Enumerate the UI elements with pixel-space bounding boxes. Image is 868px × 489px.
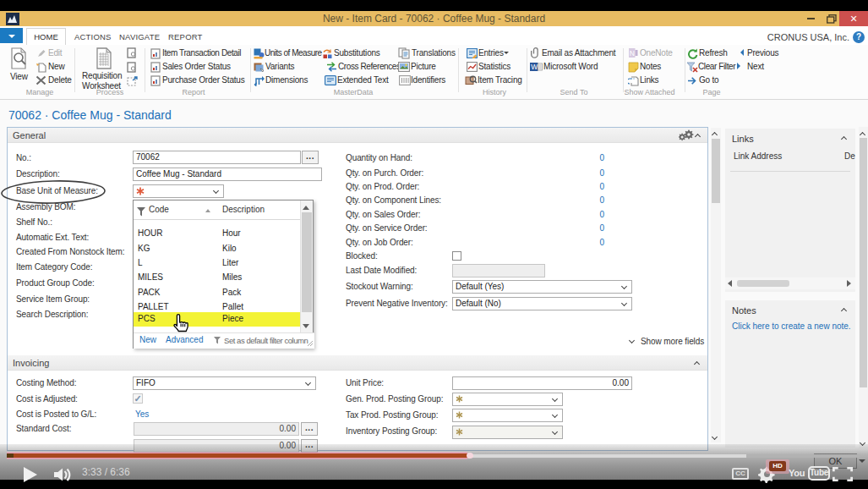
svg-text:W: W [531,63,538,71]
svg-text:N: N [630,49,635,58]
